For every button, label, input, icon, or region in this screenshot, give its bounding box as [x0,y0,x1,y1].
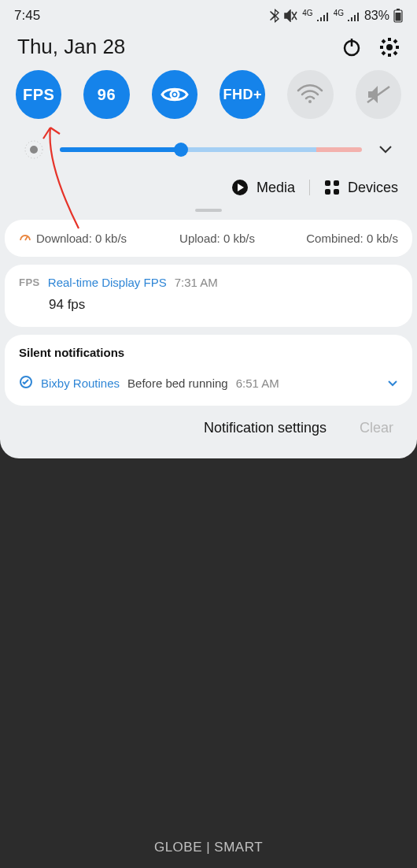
speedometer-icon [19,231,31,246]
battery-pct: 83% [364,9,389,23]
combined-speed: Combined: 0 kb/s [306,232,398,245]
toggle-wifi[interactable] [287,70,333,119]
toggle-sound[interactable] [356,70,401,119]
panel-drag-handle[interactable] [195,209,222,212]
svg-point-18 [30,146,38,154]
svg-line-11 [394,52,397,54]
chevron-down-icon [387,380,398,388]
toggle-resolution[interactable]: FHD+ [220,70,265,119]
fps-notif-body: 94 fps [5,294,412,327]
signal-icon-2 [348,10,360,21]
clear-button[interactable]: Clear [360,420,393,436]
devices-button[interactable]: Devices [324,180,398,196]
notification-bixby[interactable]: Bixby Routines Before bed running 6:51 A… [5,367,412,406]
divider [309,180,310,195]
fps-notif-title: Real-time Display FPS [48,276,167,289]
power-icon[interactable] [341,37,362,57]
panel-date: Thu, Jan 28 [17,35,125,59]
eye-icon [161,85,189,104]
play-circle-icon [231,179,249,196]
svg-rect-1 [397,9,400,10]
notification-card-speed[interactable]: Download: 0 kb/s Upload: 0 kb/s Combined… [5,220,412,257]
auto-brightness-icon[interactable] [22,138,46,161]
clock: 7:45 [14,8,40,24]
svg-point-16 [308,100,312,103]
bixby-time: 6:51 AM [236,377,279,390]
fps-app-tag: FPS [19,276,40,288]
status-bar: 7:45 4G 4G 83% [0,0,417,28]
silent-header: Silent notifications [5,335,412,367]
svg-rect-21 [325,180,330,186]
bixby-icon [19,375,33,391]
svg-rect-22 [334,180,339,186]
svg-line-25 [25,236,28,240]
brightness-expand[interactable] [376,142,395,158]
grid-icon [324,180,340,195]
svg-line-13 [394,40,397,43]
bixby-expand[interactable] [387,377,398,390]
wifi-icon [297,84,323,105]
bluetooth-icon [269,9,280,23]
fps-notif-time: 7:31 AM [175,276,218,289]
carrier-label: GLOBE | SMART [0,840,417,855]
network-label-1: 4G [302,9,312,17]
toggle-eye-comfort[interactable] [152,70,197,119]
media-label: Media [256,180,295,196]
svg-rect-2 [396,13,401,21]
mute-icon [366,83,391,106]
notification-settings-button[interactable]: Notification settings [204,420,327,436]
notification-card-fps[interactable]: FPS Real-time Display FPS 7:31 AM 94 fps [5,265,412,327]
bixby-title: Bixby Routines [41,377,120,390]
svg-line-12 [382,52,385,54]
toggle-refresh-rate[interactable]: 96 [83,70,129,119]
battery-icon [393,9,403,23]
chevron-down-icon [378,145,393,154]
mute-indicator-icon [284,9,298,22]
media-button[interactable]: Media [231,179,295,196]
devices-label: Devices [348,180,398,196]
toggle-fps[interactable]: FPS [16,70,61,119]
svg-point-15 [173,93,176,96]
signal-icon-1 [317,10,330,21]
bixby-body: Before bed running [127,377,228,390]
svg-point-5 [386,44,393,50]
svg-rect-24 [334,189,339,195]
download-speed: Download: 0 kb/s [36,232,127,245]
network-label-2: 4G [334,9,344,17]
gear-icon[interactable] [379,37,400,57]
svg-line-10 [382,40,385,43]
silent-notifications-card: Silent notifications Bixby Routines Befo… [5,335,412,406]
brightness-slider[interactable] [60,147,362,152]
upload-speed: Upload: 0 kb/s [179,232,255,245]
svg-rect-23 [325,189,330,195]
